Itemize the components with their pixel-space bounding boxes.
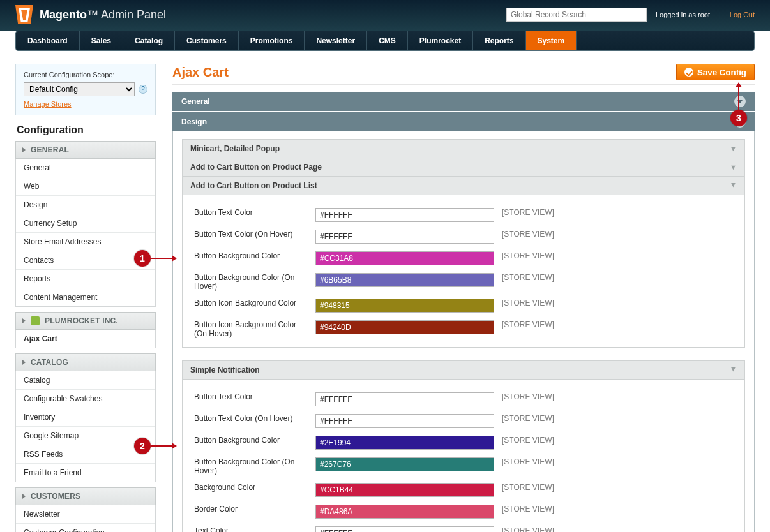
subsection-minicart[interactable]: Minicart, Detailed Popup ▼ [182, 139, 745, 158]
scope-tag: [STORE VIEW] [498, 248, 737, 269]
nav-newsletter[interactable]: Newsletter [305, 31, 367, 50]
sidebar-item[interactable]: Design [16, 195, 155, 214]
field-label: Button Icon Background Color (On Hover) [190, 316, 312, 342]
sb-list-plumrocket: Ajax Cart [15, 330, 156, 348]
logged-in-text: Logged in as root [656, 11, 710, 18]
sidebar-item[interactable]: Inventory [16, 408, 155, 426]
sidebar-item[interactable]: Customer Configuration [16, 523, 155, 532]
table-row: Button Text Color (On Hover)[STORE VIEW] [190, 410, 737, 432]
logout-link[interactable]: Log Out [730, 11, 755, 18]
callout-1: 1 [134, 250, 151, 267]
sidebar-item[interactable]: Email to a Friend [16, 463, 155, 482]
arrow-icon [738, 83, 739, 110]
scope-tag: [STORE VIEW] [498, 522, 737, 532]
nav-customers[interactable]: Customers [175, 31, 239, 50]
chevron-right-icon [22, 360, 26, 365]
color-input[interactable] [315, 208, 494, 222]
field-label: Button Text Color [190, 204, 312, 226]
sb-head-plumrocket[interactable]: PLUMROCKET INC. [15, 312, 156, 330]
color-input[interactable] [315, 320, 494, 334]
scope-tag: [STORE VIEW] [498, 316, 737, 342]
color-input[interactable] [315, 505, 494, 519]
table-row: Button Background Color (On Hover)[STORE… [190, 454, 737, 479]
scope-tag: [STORE VIEW] [498, 454, 737, 479]
brand-name: Magento [40, 8, 87, 21]
sidebar-item[interactable]: Web [16, 177, 155, 195]
color-input[interactable] [315, 457, 494, 471]
accordion-general[interactable]: General [172, 92, 755, 111]
sb-head-label: GENERAL [31, 145, 69, 154]
save-label: Save Config [697, 68, 746, 77]
nav-sales[interactable]: Sales [80, 31, 123, 50]
nav-cms[interactable]: CMS [367, 31, 408, 50]
scope-select[interactable]: Default Config [24, 82, 135, 96]
config-table-list: Button Text Color[STORE VIEW]Button Text… [190, 204, 737, 342]
field-label: Text Color [190, 522, 312, 532]
sidebar-item[interactable]: Configurable Swatches [16, 389, 155, 408]
brand-logo: Magento™ Admin Panel [15, 5, 166, 24]
sidebar-item[interactable]: Catalog [16, 371, 155, 389]
color-input[interactable] [315, 483, 494, 497]
scope-label: Current Configuration Scope: [24, 71, 147, 78]
sb-head-customers[interactable]: CUSTOMERS [15, 487, 156, 505]
sidebar-item[interactable]: Newsletter [16, 505, 155, 523]
magento-icon [15, 5, 33, 24]
nav-system[interactable]: System [526, 31, 577, 50]
save-config-button[interactable]: Save Config [676, 64, 755, 80]
sidebar-item[interactable]: General [16, 159, 155, 177]
sb-head-catalog[interactable]: CATALOG [15, 353, 156, 371]
sidebar-item[interactable]: Store Email Addresses [16, 232, 155, 251]
check-icon [684, 68, 693, 77]
color-input[interactable] [315, 436, 494, 450]
field-label: Button Background Color [190, 248, 312, 269]
scope-tag: [STORE VIEW] [498, 204, 737, 226]
subsection-label: Simple Notification [190, 366, 260, 374]
scope-tag: [STORE VIEW] [498, 269, 737, 295]
table-row: Border Color[STORE VIEW] [190, 501, 737, 522]
nav-plumrocket[interactable]: Plumrocket [408, 31, 473, 50]
sidebar-item[interactable]: Ajax Cart [16, 330, 155, 348]
color-input[interactable] [315, 392, 494, 406]
subsection-simple-notification[interactable]: Simple Notification ▲ [182, 360, 745, 380]
scope-tag: [STORE VIEW] [498, 410, 737, 432]
nav-promotions[interactable]: Promotions [239, 31, 305, 50]
manage-stores-link[interactable]: Manage Stores [24, 100, 72, 108]
chevron-right-icon [22, 147, 26, 152]
callout-2: 2 [134, 438, 151, 454]
sidebar-item[interactable]: Content Management [16, 288, 155, 306]
accordion-label: General [181, 97, 210, 106]
sb-head-general[interactable]: GENERAL [15, 141, 156, 159]
field-label: Button Background Color [190, 432, 312, 454]
color-input[interactable] [315, 414, 494, 428]
sidebar-item[interactable]: Currency Setup [16, 214, 155, 232]
global-search-input[interactable] [506, 8, 647, 22]
color-input[interactable] [315, 526, 494, 532]
header: Magento™ Admin Panel Logged in as root |… [0, 0, 770, 31]
color-input[interactable] [315, 230, 494, 244]
chevron-down-icon: ▼ [730, 145, 737, 152]
scope-tag: [STORE VIEW] [498, 226, 737, 248]
help-icon[interactable]: ? [139, 85, 147, 94]
chevron-right-icon [22, 494, 26, 499]
nav-catalog[interactable]: Catalog [123, 31, 175, 50]
color-input[interactable] [315, 251, 494, 265]
subsection-addtocart-page[interactable]: Add to Cart Button on Product Page ▼ [182, 158, 745, 177]
nav-dashboard[interactable]: Dashboard [16, 31, 80, 50]
table-row: Button Background Color (On Hover)[STORE… [190, 269, 737, 295]
table-row: Background Color[STORE VIEW] [190, 479, 737, 501]
chevron-down-icon [734, 96, 746, 107]
scope-tag: [STORE VIEW] [498, 432, 737, 454]
subsection-label: Minicart, Detailed Popup [190, 144, 280, 153]
color-input[interactable] [315, 299, 494, 313]
field-label: Button Text Color (On Hover) [190, 226, 312, 248]
accordion-design[interactable]: Design [172, 112, 755, 131]
scope-box: Current Configuration Scope: Default Con… [15, 64, 156, 115]
scope-tag: [STORE VIEW] [498, 295, 737, 316]
color-input[interactable] [315, 273, 494, 287]
chevron-down-icon: ▼ [730, 163, 737, 171]
table-row: Button Text Color[STORE VIEW] [190, 204, 737, 226]
table-row: Text Color[STORE VIEW] [190, 522, 737, 532]
nav-reports[interactable]: Reports [473, 31, 525, 50]
subsection-addtocart-list[interactable]: Add to Cart Button on Product List ▲ [182, 176, 745, 195]
sidebar-item[interactable]: Reports [16, 269, 155, 288]
